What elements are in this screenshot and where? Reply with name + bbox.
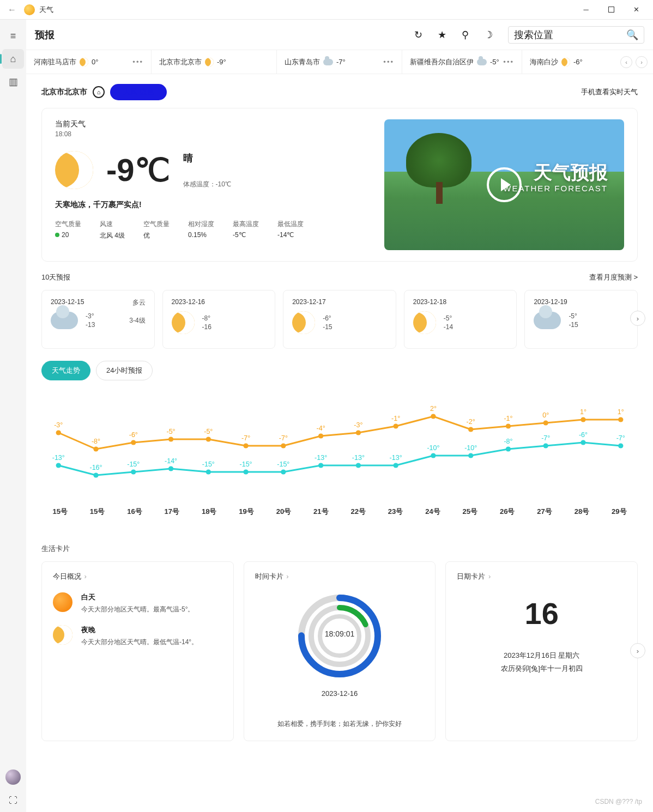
cloud-icon bbox=[51, 312, 78, 329]
svg-text:-15°: -15° bbox=[277, 460, 289, 468]
weather-app-icon bbox=[24, 4, 35, 15]
svg-text:-15°: -15° bbox=[240, 460, 252, 468]
minimize-button[interactable]: ─ bbox=[573, 0, 598, 20]
chevron-right-icon: › bbox=[82, 572, 87, 580]
forecast-card[interactable]: 2023-12-17 -6°-15 bbox=[283, 290, 396, 349]
svg-point-14 bbox=[318, 434, 323, 439]
home-location-icon[interactable]: ⌂ bbox=[93, 86, 105, 98]
date-card: 日期卡片 › 16 2023年12月16日 星期六 农历癸卯[兔]年十一月初四 bbox=[445, 561, 638, 741]
more-icon[interactable]: ••• bbox=[383, 58, 394, 66]
svg-point-8 bbox=[206, 437, 211, 442]
svg-text:-10°: -10° bbox=[427, 444, 439, 452]
metrics-row: 空气质量20 风速北风 4级 空气质量优 相对湿度0.15% 最高温度-5℃ 最… bbox=[55, 220, 373, 240]
svg-point-2 bbox=[93, 447, 98, 452]
more-icon[interactable]: ••• bbox=[503, 58, 514, 66]
scroll-right-button[interactable]: › bbox=[636, 56, 648, 68]
weather-alert-pill[interactable]: 大风 蓝色 bbox=[110, 84, 167, 100]
cloud-icon bbox=[323, 59, 333, 65]
card-header[interactable]: 今日概况 › bbox=[53, 572, 222, 581]
refresh-icon[interactable]: ↻ bbox=[414, 29, 422, 41]
sun-icon bbox=[53, 592, 72, 612]
pin-icon[interactable]: ⚲ bbox=[462, 29, 469, 41]
moon-icon bbox=[80, 58, 88, 66]
city-tab[interactable]: 海南白沙 -6° bbox=[522, 50, 620, 74]
expand-icon[interactable]: ⛶ bbox=[9, 796, 17, 805]
city-tab[interactable]: 新疆维吾尔自治区伊 -5° ••• bbox=[402, 50, 522, 74]
current-title: 当前天气 bbox=[55, 119, 373, 129]
play-icon[interactable] bbox=[487, 167, 522, 202]
svg-point-54 bbox=[468, 453, 473, 458]
header: 预报 ↻ ★ ⚲ ☽ 搜索位置 🔍 bbox=[26, 20, 653, 50]
avatar[interactable] bbox=[5, 769, 21, 785]
home-icon[interactable]: ⌂ bbox=[2, 49, 24, 69]
moon-icon bbox=[413, 311, 436, 334]
svg-point-26 bbox=[543, 421, 548, 426]
svg-text:-15°: -15° bbox=[202, 460, 215, 468]
back-button[interactable]: ← bbox=[4, 5, 20, 15]
favorite-icon[interactable]: ★ bbox=[438, 29, 446, 41]
forecast-card[interactable]: 2023-12-15 多云 -3°-13 3-4级 bbox=[41, 290, 155, 349]
trend-chart: -3°-8°-6°-5°-5°-7°-7°-4°-3°-1°2°-2°-1°0°… bbox=[41, 390, 638, 532]
svg-text:1°: 1° bbox=[580, 408, 587, 416]
watermark: CSDN @??? /tp bbox=[595, 798, 642, 805]
forecast-row: 2023-12-15 多云 -3°-13 3-4级 2023-12-16 -8°… bbox=[41, 290, 638, 349]
chevron-right-icon: › bbox=[486, 572, 491, 580]
svg-text:-2°: -2° bbox=[467, 418, 475, 426]
next-button[interactable]: › bbox=[630, 643, 645, 658]
svg-text:-10°: -10° bbox=[464, 444, 477, 452]
menu-icon[interactable]: ≡ bbox=[2, 26, 24, 46]
svg-point-42 bbox=[243, 470, 248, 475]
svg-point-12 bbox=[281, 444, 286, 449]
mobile-link[interactable]: 手机查看实时天气 bbox=[581, 87, 638, 97]
trend-x-label: 16号 bbox=[116, 507, 153, 517]
svg-point-48 bbox=[356, 463, 361, 468]
svg-text:-13°: -13° bbox=[315, 454, 327, 462]
card-header[interactable]: 时间卡片 › bbox=[255, 572, 425, 581]
svg-point-38 bbox=[168, 466, 173, 471]
forecast-card[interactable]: 2023-12-18 -5°-14 bbox=[404, 290, 517, 349]
night-mode-icon[interactable]: ☽ bbox=[484, 29, 493, 41]
moon-icon bbox=[205, 58, 214, 66]
trend-x-label: 15号 bbox=[41, 507, 78, 517]
svg-point-62 bbox=[618, 444, 623, 449]
svg-point-56 bbox=[506, 447, 511, 452]
svg-point-46 bbox=[318, 463, 323, 468]
current-weather-card: 当前天气 18:08 -9℃ 晴 体感温度：-10℃ 天寒地冻，千万裹严实点! … bbox=[41, 108, 638, 262]
next-button[interactable]: › bbox=[630, 311, 645, 326]
svg-point-4 bbox=[131, 440, 136, 445]
city-tab[interactable]: 河南驻马店市 0° ••• bbox=[26, 50, 152, 74]
maximize-button[interactable] bbox=[598, 0, 624, 20]
map-icon[interactable]: ▥ bbox=[2, 72, 24, 92]
trend-x-label: 21号 bbox=[303, 507, 340, 517]
trend-x-label: 15号 bbox=[78, 507, 116, 517]
trend-x-label: 25号 bbox=[451, 507, 488, 517]
close-button[interactable]: ✕ bbox=[624, 0, 649, 20]
life-cards-title: 生活卡片 bbox=[41, 544, 638, 554]
svg-text:-6°: -6° bbox=[129, 431, 138, 439]
search-input[interactable]: 搜索位置 🔍 bbox=[508, 26, 644, 44]
svg-text:-8°: -8° bbox=[92, 438, 100, 445]
more-icon[interactable]: ••• bbox=[132, 58, 143, 66]
svg-text:-7°: -7° bbox=[241, 434, 250, 442]
cloud-icon bbox=[477, 59, 487, 65]
svg-text:2°: 2° bbox=[430, 405, 437, 413]
scroll-left-button[interactable]: ‹ bbox=[620, 56, 632, 68]
svg-point-6 bbox=[168, 437, 173, 442]
forecast-card[interactable]: 2023-12-19 -5°-15 bbox=[524, 290, 638, 349]
svg-point-58 bbox=[543, 444, 548, 449]
svg-point-10 bbox=[243, 444, 248, 449]
card-header[interactable]: 日期卡片 › bbox=[457, 572, 626, 581]
forecast-video[interactable]: 天气预报 WEATHER FORECAST bbox=[384, 119, 624, 250]
svg-text:-3°: -3° bbox=[354, 421, 362, 429]
forecast-card[interactable]: 2023-12-16 -8°-16 bbox=[162, 290, 276, 349]
forecast-title: 10天预报 bbox=[41, 272, 70, 282]
svg-text:-8°: -8° bbox=[504, 438, 512, 445]
tab-trend[interactable]: 天气走势 bbox=[41, 361, 90, 380]
city-tab[interactable]: 北京市北京市 -9° bbox=[152, 50, 277, 74]
city-tab[interactable]: 山东青岛市 -7° ••• bbox=[277, 50, 402, 74]
trend-x-label: 19号 bbox=[228, 507, 265, 517]
tab-24h[interactable]: 24小时预报 bbox=[96, 361, 153, 380]
city-tabs: 河南驻马店市 0° ••• 北京市北京市 -9° 山东青岛市 -7° ••• 新… bbox=[26, 50, 653, 74]
monthly-forecast-link[interactable]: 查看月度预测 > bbox=[589, 272, 638, 282]
current-time: 18:08 bbox=[55, 130, 373, 138]
